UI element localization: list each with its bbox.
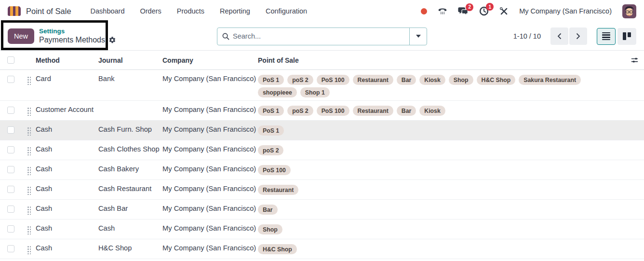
row-select-cell	[0, 185, 21, 193]
company-cell: My Company (San Francisco)	[162, 75, 258, 82]
column-header-journal[interactable]: Journal	[98, 56, 162, 64]
search-bar	[217, 27, 427, 45]
app-name[interactable]: Point of Sale	[26, 7, 71, 16]
menu-reporting[interactable]: Reporting	[220, 7, 250, 15]
row-handle-cell	[21, 244, 36, 254]
chevron-down-icon	[416, 35, 421, 38]
kanban-view-icon	[623, 32, 631, 40]
table-row[interactable]: CashCash BarMy Company (San Francisco)Ba…	[0, 200, 644, 220]
pos-tag: poS 2	[287, 75, 313, 85]
phone-icon[interactable]	[438, 7, 447, 15]
gear-icon[interactable]	[108, 36, 116, 44]
journal-cell: Bank	[98, 75, 162, 82]
drag-handle-icon[interactable]	[27, 206, 31, 215]
pos-tag: poS 2	[258, 145, 283, 155]
drag-handle-icon[interactable]	[27, 245, 31, 254]
chevron-left-icon	[557, 33, 562, 40]
breadcrumb-settings-link[interactable]: Settings	[39, 27, 116, 36]
search-input[interactable]	[233, 32, 409, 40]
row-checkbox[interactable]	[7, 146, 14, 153]
menu-configuration[interactable]: Configuration	[266, 7, 307, 15]
pos-tags-cell: H&C Shop	[258, 244, 625, 254]
pager-next-button[interactable]	[569, 27, 587, 45]
pager-previous-button[interactable]	[550, 27, 568, 45]
menu-products[interactable]: Products	[177, 7, 204, 15]
drag-handle-icon[interactable]	[27, 76, 31, 85]
pos-tag: Bar	[397, 75, 416, 85]
pos-tag: PoS 100	[317, 75, 349, 85]
tools-icon[interactable]	[499, 7, 509, 16]
adjust-columns-icon[interactable]	[631, 57, 639, 64]
table-row[interactable]: CashCash RestaurantMy Company (San Franc…	[0, 180, 644, 200]
row-checkbox[interactable]	[7, 126, 14, 134]
journal-cell: Cash Restaurant	[98, 185, 162, 192]
company-cell: My Company (San Francisco)	[162, 125, 258, 133]
drag-handle-icon[interactable]	[27, 146, 31, 155]
table-row[interactable]: CashH&C ShopMy Company (San Francisco)H&…	[0, 239, 644, 259]
pos-tag: Kiosk	[419, 106, 445, 116]
table-row[interactable]: Customer AccountMy Company (San Francisc…	[0, 101, 644, 121]
method-cell: Customer Account	[36, 106, 98, 113]
pos-tag: PoS 1	[258, 125, 284, 136]
kanban-view-button[interactable]	[617, 28, 636, 45]
row-checkbox[interactable]	[7, 107, 14, 114]
table-row[interactable]: CashCash BakeryMy Company (San Francisco…	[0, 160, 644, 180]
row-checkbox[interactable]	[7, 166, 14, 173]
row-checkbox[interactable]	[7, 225, 14, 233]
method-cell: Cash	[36, 185, 98, 192]
row-handle-cell	[21, 125, 36, 136]
row-checkbox[interactable]	[7, 186, 14, 193]
messages-icon[interactable]: 2	[458, 7, 469, 16]
column-header-company[interactable]: Company	[162, 56, 258, 64]
table-row[interactable]: CashCash Clothes ShopMy Company (San Fra…	[0, 140, 644, 160]
activities-badge: 1	[486, 3, 494, 11]
drag-handle-icon[interactable]	[27, 166, 31, 175]
row-handle-cell	[21, 205, 36, 215]
pos-tag: Sakura Restaurant	[519, 75, 581, 85]
drag-handle-icon[interactable]	[27, 186, 31, 195]
row-select-cell	[0, 125, 21, 134]
pager-value[interactable]: 1-10 / 10	[513, 32, 541, 40]
pos-tag: poS 2	[287, 106, 313, 116]
drag-handle-icon[interactable]	[27, 107, 31, 116]
select-all-checkbox[interactable]	[7, 56, 14, 64]
row-checkbox[interactable]	[7, 245, 14, 252]
company-cell: My Company (San Francisco)	[162, 224, 258, 232]
table-row[interactable]: CashCashMy Company (San Francisco)Shop	[0, 220, 644, 239]
menu-orders[interactable]: Orders	[140, 7, 161, 15]
row-checkbox[interactable]	[7, 206, 14, 213]
company-cell: My Company (San Francisco)	[162, 165, 258, 173]
status-dot-icon[interactable]	[421, 8, 427, 14]
new-button[interactable]: New	[8, 28, 34, 44]
journal-cell: Cash Furn. Shop	[98, 125, 162, 133]
payment-methods-list: Method Journal Company Point of Sale Car…	[0, 51, 644, 259]
pos-tag: Restaurant	[353, 75, 393, 85]
table-row[interactable]: CardBankMy Company (San Francisco)PoS 1p…	[0, 70, 644, 101]
systray: 2 1 My Company (San Francisco)	[421, 4, 636, 18]
activities-icon[interactable]: 1	[479, 6, 489, 16]
row-handle-cell	[21, 75, 36, 85]
list-view-button[interactable]	[597, 28, 616, 45]
breadcrumb: Settings Payments Methods	[39, 27, 116, 45]
search-dropdown-toggle[interactable]	[409, 28, 427, 45]
company-switcher[interactable]: My Company (San Francisco)	[519, 7, 612, 15]
user-avatar[interactable]	[622, 4, 636, 18]
pos-tag: H&C Shop	[258, 244, 297, 254]
column-header-point-of-sale[interactable]: Point of Sale	[258, 56, 625, 64]
menu-dashboard[interactable]: Dashboard	[91, 7, 125, 15]
table-row[interactable]: CashCash Furn. ShopMy Company (San Franc…	[0, 121, 644, 140]
drag-handle-icon[interactable]	[27, 126, 31, 136]
row-handle-cell	[21, 224, 36, 234]
row-checkbox[interactable]	[7, 76, 14, 83]
pos-tag: PoS 100	[317, 106, 349, 116]
app-logo-icon[interactable]	[8, 6, 21, 16]
row-select-cell	[0, 244, 21, 252]
pos-tag: Shop 1	[300, 87, 330, 97]
search-icon	[222, 33, 229, 40]
company-cell: My Company (San Francisco)	[162, 205, 258, 212]
row-select-cell	[0, 75, 21, 83]
top-navbar: Point of Sale DashboardOrdersProductsRep…	[0, 0, 644, 22]
column-header-method[interactable]: Method	[36, 56, 98, 64]
row-handle-cell	[21, 165, 36, 175]
drag-handle-icon[interactable]	[27, 225, 31, 234]
